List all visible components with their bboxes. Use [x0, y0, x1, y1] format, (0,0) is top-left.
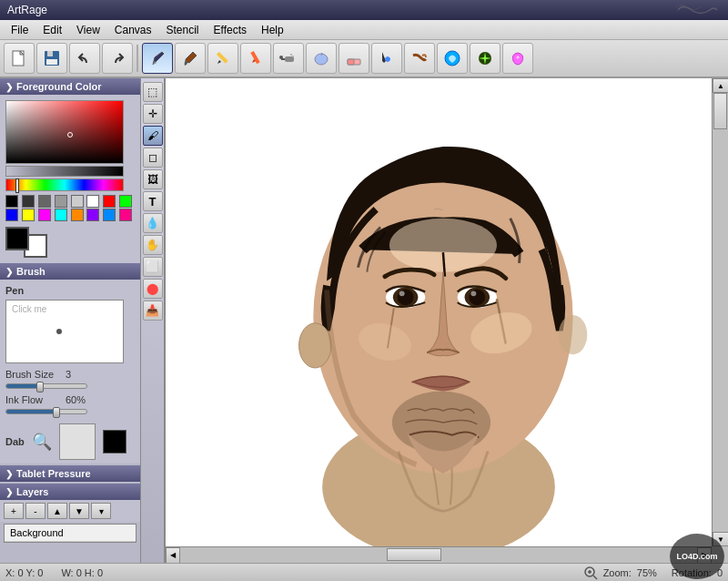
lo4d-text: LO4D.com [676, 552, 717, 561]
size-display: W: 0 H: 0 [61, 567, 103, 578]
brush-arrow: ❯ [5, 267, 13, 277]
drawing-canvas[interactable] [166, 78, 712, 546]
menu-help[interactable]: Help [254, 22, 291, 38]
menu-edit[interactable]: Edit [35, 22, 69, 38]
dab-preview[interactable] [59, 423, 96, 460]
tablet-header[interactable]: ❯ Tablet Pressure [0, 465, 140, 482]
layer-item[interactable]: Background [5, 525, 136, 542]
menu-stencil[interactable]: Stencil [159, 22, 207, 38]
brush-header[interactable]: ❯ Brush [0, 263, 140, 280]
toolbar-redo[interactable] [102, 43, 133, 74]
color-swatch[interactable] [55, 209, 67, 221]
alpha-bar[interactable] [5, 166, 124, 177]
tool-text[interactable]: T [143, 191, 163, 211]
menu-file[interactable]: File [4, 22, 35, 38]
foreground-color-box[interactable] [5, 227, 29, 250]
layer-btn-options[interactable]: ▾ [91, 503, 111, 519]
color-swatch[interactable] [119, 195, 132, 208]
layer-btn-3[interactable]: ▲ [47, 503, 67, 519]
color-swatch[interactable] [103, 195, 116, 208]
menu-effects[interactable]: Effects [207, 22, 254, 38]
brush-section: ❯ Brush Pen Click me Brush Size 3 [0, 263, 140, 420]
color-swatch[interactable] [5, 195, 18, 208]
horizontal-scrollbar[interactable]: ◀ ▶ [166, 546, 712, 563]
color-swatch[interactable] [22, 195, 35, 208]
tablet-arrow: ❯ [5, 469, 13, 479]
layer-btn-4[interactable]: ▼ [69, 503, 89, 519]
ink-flow-handle[interactable] [53, 407, 60, 418]
tool-hand[interactable]: ✋ [143, 235, 163, 255]
color-swatch[interactable] [38, 195, 51, 208]
color-swatch[interactable] [71, 209, 84, 221]
layers-header[interactable]: ❯ Layers [0, 484, 140, 500]
ink-flow-slider[interactable] [5, 409, 87, 414]
toolbar-sticker[interactable] [437, 43, 468, 74]
layer-btn-2[interactable]: - [25, 503, 46, 519]
toolbar-eraser[interactable] [339, 43, 369, 74]
toolbar-undo[interactable] [69, 43, 100, 74]
title-decoration [673, 2, 719, 18]
menu-canvas[interactable]: Canvas [107, 22, 159, 38]
scrollbar-left-button[interactable]: ◀ [166, 547, 180, 564]
menu-bar: File Edit View Canvas Stencil Effects He… [0, 20, 728, 40]
color-swatch[interactable] [71, 195, 84, 208]
dab-color-box[interactable] [103, 430, 126, 454]
toolbar-brush-paint[interactable] [175, 43, 206, 74]
toolbar-smear[interactable] [404, 43, 435, 74]
brush-size-handle[interactable] [36, 382, 44, 392]
tool-eyedropper[interactable]: 💧 [143, 213, 163, 233]
menu-view[interactable]: View [69, 22, 107, 38]
toolbar-watercolor[interactable] [306, 43, 337, 74]
toolbar-glitter[interactable] [470, 43, 500, 74]
tool-rect-select[interactable]: ⬜ [143, 257, 163, 277]
tablet-label: Tablet Pressure [16, 468, 91, 479]
brush-size-slider[interactable] [5, 383, 87, 389]
hue-bar[interactable] [5, 178, 124, 191]
tool-erase[interactable]: ◻ [143, 148, 163, 168]
toolbar-pencil[interactable] [207, 43, 238, 74]
toolbar-new[interactable] [4, 43, 35, 74]
tool-photo[interactable]: 🖼 [143, 169, 163, 189]
layers-label: Layers [16, 486, 48, 497]
color-swatch[interactable] [38, 209, 51, 221]
tool-select[interactable]: ⬚ [143, 82, 163, 102]
toolbar-crayon[interactable] [240, 43, 271, 74]
toolbar-save[interactable] [36, 43, 67, 74]
color-gradient[interactable] [5, 100, 124, 164]
color-swatch[interactable] [5, 209, 18, 221]
layer-btn-1[interactable]: + [4, 503, 24, 519]
scrollbar-thumb-v[interactable] [713, 93, 727, 129]
tool-sticker[interactable]: ⬤ [143, 279, 163, 299]
brush-content: Pen Click me Brush Size 3 [0, 280, 140, 420]
brush-preview[interactable]: Click me [5, 300, 124, 363]
color-swatch[interactable] [86, 209, 99, 221]
work-area: ❯ Foreground Color [0, 78, 728, 563]
color-swatch[interactable] [55, 195, 67, 208]
tool-import[interactable]: 📥 [143, 301, 163, 321]
toolbar-pen[interactable] [142, 43, 173, 74]
scrollbar-thumb-h[interactable] [387, 548, 441, 561]
color-swatch[interactable] [86, 195, 99, 208]
dab-eyedropper[interactable]: 🔍 [32, 432, 52, 452]
toolbar-airbrush[interactable] [273, 43, 304, 74]
fg-color-header[interactable]: ❯ Foreground Color [0, 78, 140, 95]
brush-label: Brush [16, 266, 46, 277]
canvas-area[interactable]: ▲ ▼ ◀ ▶ [166, 78, 728, 563]
svg-rect-6 [250, 51, 259, 64]
fg-color-label: Foreground Color [16, 81, 102, 92]
color-swatch[interactable] [103, 209, 116, 221]
toolbar-special[interactable] [502, 43, 533, 74]
ink-flow-value: 60% [66, 394, 86, 405]
toolbar-fill[interactable] [371, 43, 402, 74]
color-swatch[interactable] [119, 209, 132, 221]
color-cursor [67, 132, 73, 138]
vertical-scrollbar[interactable]: ▲ ▼ [712, 78, 728, 546]
scrollbar-track-h[interactable] [180, 547, 697, 564]
scrollbar-up-button[interactable]: ▲ [713, 78, 728, 93]
color-swatch[interactable] [22, 209, 35, 221]
portrait-artwork [166, 78, 712, 546]
tool-paint[interactable]: 🖌 [143, 126, 163, 146]
tool-transform[interactable]: ✛ [143, 104, 163, 124]
brush-size-value: 3 [66, 369, 71, 380]
svg-rect-13 [348, 59, 354, 65]
